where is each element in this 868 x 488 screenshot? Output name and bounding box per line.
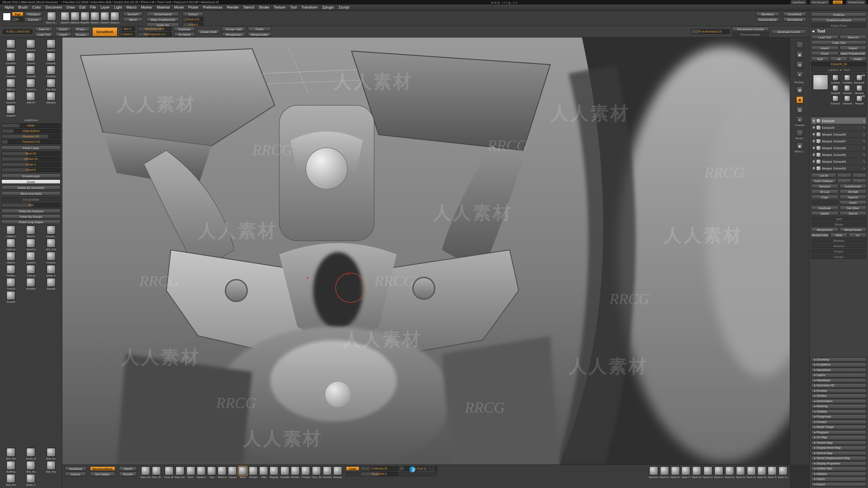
nash-brush-nash-st[interactable]: Nash-St: [736, 466, 745, 479]
brush-smooth[interactable]: Smooth: [46, 278, 56, 290]
lightbox-tools-button[interactable]: Lightbox ► Tools: [811, 67, 867, 72]
merge-action-mergesimilar-button[interactable]: MergeSimilar: [839, 227, 867, 232]
subtool-down-button[interactable]: ↓: [852, 173, 867, 177]
strip-item-6[interactable]: ■: [796, 96, 803, 103]
brush-displace[interactable]: Displace: [6, 39, 16, 52]
brush-bolt-del[interactable]: Bolt_Del: [6, 448, 16, 460]
brush-selwy-f[interactable]: Selwy_F: [46, 265, 56, 277]
growmask-button[interactable]: GrowMask: [783, 12, 807, 16]
brush-curvela[interactable]: CurveLa: [6, 66, 16, 78]
mask-brush-maskpe[interactable]: MaskPe: [61, 12, 70, 24]
brush-creasec[interactable]: CreaseC: [46, 53, 56, 65]
left-slider-thickness-0-01[interactable]: Thickness 0.01: [1, 140, 61, 144]
save-as-button[interactable]: Save As: [35, 27, 53, 31]
subtool-row-extract30[interactable]: ◉Extract30✎: [811, 118, 866, 124]
menu-render[interactable]: Render: [227, 5, 239, 9]
fix-mesh-button[interactable]: Fix Mesh: [174, 32, 195, 37]
edit-pen-icon[interactable]: ✎: [863, 153, 865, 156]
subtool-action-append-button[interactable]: Append: [839, 195, 867, 199]
menu-color[interactable]: Color: [32, 5, 41, 9]
strip-item-7[interactable]: ▥: [796, 106, 803, 113]
tp-goz-button[interactable]: GoZ: [811, 57, 829, 61]
subtool-row-merged-extract64[interactable]: ◉Merged_Extract64✎: [811, 158, 866, 165]
tool-preview-area[interactable]: CylinderPolyMesExtract30SimpleBCylinderM…: [811, 73, 867, 116]
strip-item-freehan[interactable]: ●FreeHan: [795, 116, 805, 127]
menu-light[interactable]: Light: [114, 5, 122, 9]
dynamesh-button[interactable]: DynaMesh: [92, 27, 118, 36]
import-button[interactable]: Import: [55, 32, 71, 37]
nash-brush-nash-st[interactable]: Nash-St: [757, 466, 766, 479]
tp-all-button[interactable]: All: [830, 57, 848, 61]
rgb-button[interactable]: Rgb: [12, 12, 24, 16]
thick-slider[interactable]: Thick 0.02: [183, 17, 204, 22]
menu-alpha[interactable]: Alpha: [4, 5, 14, 9]
strip-item-alpha-2[interactable]: ▣Alpha 2...: [795, 142, 805, 153]
brush-zmodele[interactable]: ZModele: [46, 92, 56, 104]
tp-import-button[interactable]: Import: [811, 46, 838, 50]
subtool-action-delete-button[interactable]: Delete: [811, 211, 838, 216]
menu-zscript[interactable]: Zscript: [338, 5, 349, 9]
blur-slider[interactable]: Blur 0: [120, 27, 135, 31]
visibility-eye-icon[interactable]: ◉: [812, 153, 815, 156]
left-slider-inflate[interactable]: Inflate: [1, 123, 61, 128]
tp-export-button[interactable]: Export: [839, 46, 867, 50]
strip-item-5[interactable]: ▦: [796, 86, 803, 94]
subtool-row-merged-extract63[interactable]: ◉Merged_Extract63✎: [811, 165, 866, 172]
subtool-row-merged-extract67[interactable]: ◉Merged_Extract67✎: [811, 138, 866, 144]
visibility-eye-icon[interactable]: ◉: [812, 126, 815, 129]
menu-material[interactable]: Material: [157, 5, 170, 9]
brush-slicerec[interactable]: SliceRec: [26, 278, 36, 290]
nash-brush-nash-fo[interactable]: Nash-Fo: [671, 466, 680, 479]
menu-zplugin[interactable]: Zplugin: [322, 5, 334, 9]
brush-boltpoly[interactable]: BoltPoly: [6, 461, 16, 473]
tp-save-as-button[interactable]: Save As: [839, 35, 867, 39]
export-button[interactable]: Export: [55, 27, 71, 31]
merge-action-mergedown-button[interactable]: MergeDown: [811, 227, 838, 232]
mirror-and-weld-button[interactable]: Mirror And Weld: [1, 191, 61, 196]
edit-pen-icon[interactable]: ✎: [863, 126, 865, 129]
brush-masktr[interactable]: MaskTr: [46, 39, 56, 52]
see-through-slider[interactable]: See-through 0: [810, 0, 829, 4]
create-shell-button[interactable]: Create Shell: [197, 29, 220, 34]
brush-movecu[interactable]: MoveCu: [26, 39, 36, 52]
section-project[interactable]: Project: [811, 249, 867, 254]
section-import[interactable]: ▸ Import: [811, 477, 867, 482]
grabdocanddepth-button[interactable]: GrabDocAndDepth: [811, 18, 867, 22]
shrinkmask-button[interactable]: ShrinkMask: [783, 17, 807, 22]
brush-curvest[interactable]: CurveSt: [26, 66, 35, 78]
mirror-button[interactable]: Mirror: [123, 17, 143, 22]
brush-bolt-ins[interactable]: Bolt_Ins: [46, 448, 56, 460]
visibility-eye-icon[interactable]: ◉: [812, 160, 815, 163]
brush-trimdyn[interactable]: TrimDyn: [301, 466, 310, 479]
brush-hpolish[interactable]: hPolish: [249, 466, 258, 479]
section-masking[interactable]: ▸ Masking: [811, 404, 867, 409]
edit-pen-icon[interactable]: ✎: [863, 119, 865, 122]
inverse-button[interactable]: Inverse: [65, 472, 86, 476]
section-preview[interactable]: ▸ Preview: [811, 388, 867, 393]
section-arraymesh[interactable]: ▸ ArrayMesh: [811, 362, 867, 367]
subtool-row-merged-extract69[interactable]: ◉Merged_Extract69✎: [811, 131, 866, 138]
brush-fock-ie[interactable]: Fock_IE: [164, 466, 174, 479]
subtool-action-del-other-button[interactable]: Del Other: [839, 205, 867, 210]
m-slider[interactable]: M: [12, 17, 24, 22]
blurmask-button[interactable]: BlurMask: [756, 12, 779, 16]
brush-inflat[interactable]: Inflat: [259, 466, 268, 479]
project-button[interactable]: Projec...: [74, 27, 90, 31]
z-intensity-slider[interactable]: Z Intensity 25: [360, 466, 398, 471]
brush-smooth[interactable]: Smooth: [6, 291, 16, 303]
brush-standar[interactable]: Standar: [333, 466, 342, 479]
subprojection-slider[interactable]: SubProjection 1.4: [137, 32, 172, 37]
visibility-eye-icon[interactable]: ◉: [812, 146, 815, 150]
left-slider-elevation-100[interactable]: Elevation 100: [1, 134, 61, 139]
menu-transform[interactable]: Transform: [301, 5, 318, 9]
menu-stencil[interactable]: Stencil: [243, 5, 254, 9]
menu-texture[interactable]: Texture: [274, 5, 285, 9]
panel-slider-bevel-50[interactable]: Bevel 50: [1, 151, 61, 156]
panel-loops-button[interactable]: Panel Loops: [1, 145, 61, 150]
menu-picker[interactable]: Picker: [188, 5, 198, 9]
move-brush[interactable]: Move El...: [46, 12, 57, 24]
brush-screw-b[interactable]: Screw_B: [26, 448, 36, 460]
subtool-row-merged-extract66[interactable]: ◉Merged_Extract66✎: [811, 144, 866, 151]
collapse-down-button[interactable]: ↓: [852, 178, 867, 183]
showpt-button[interactable]: ShowPt: [119, 472, 137, 476]
